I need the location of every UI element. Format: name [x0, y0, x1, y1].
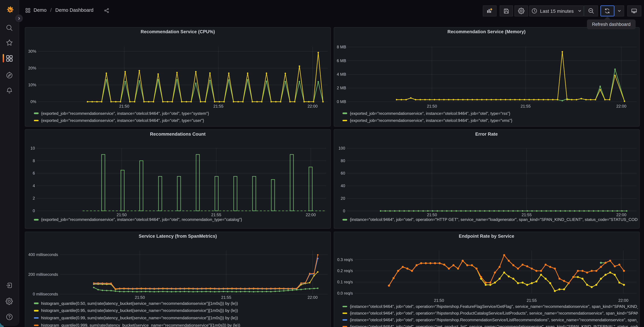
svg-text:30%: 30%	[28, 49, 36, 54]
svg-text:0.3 req/s: 0.3 req/s	[337, 257, 353, 262]
svg-text:0 MB: 0 MB	[336, 99, 346, 104]
svg-text:21:50: 21:50	[117, 212, 127, 217]
svg-text:2 MB: 2 MB	[336, 86, 346, 90]
svg-text:22:00: 22:00	[308, 104, 318, 108]
svg-text:4: 4	[33, 184, 35, 188]
svg-text:10%: 10%	[28, 82, 36, 87]
svg-text:21:55: 21:55	[526, 298, 536, 302]
svg-text:2: 2	[33, 196, 35, 200]
svg-text:20%: 20%	[28, 66, 36, 70]
svg-text:100: 100	[338, 146, 345, 150]
svg-text:4 MB: 4 MB	[336, 72, 346, 76]
svg-text:21:50: 21:50	[119, 104, 129, 108]
svg-text:21:50: 21:50	[135, 295, 145, 300]
svg-text:21:50: 21:50	[434, 298, 444, 302]
svg-text:20: 20	[340, 196, 345, 200]
svg-text:21:55: 21:55	[221, 295, 231, 300]
svg-text:40: 40	[340, 184, 345, 188]
svg-text:0.0 req/s: 0.0 req/s	[337, 291, 353, 295]
svg-text:0%: 0%	[30, 99, 36, 104]
svg-text:21:55: 21:55	[522, 212, 532, 217]
svg-text:400 milliseconds: 400 milliseconds	[28, 252, 58, 257]
svg-text:22:00: 22:00	[616, 212, 626, 217]
svg-text:21:55: 21:55	[211, 212, 221, 217]
svg-text:22:00: 22:00	[618, 298, 628, 302]
svg-text:6: 6	[33, 171, 35, 176]
svg-text:0: 0	[33, 208, 35, 213]
svg-text:21:55: 21:55	[520, 104, 530, 108]
svg-text:6 MB: 6 MB	[336, 58, 346, 63]
svg-text:0 milliseconds: 0 milliseconds	[33, 292, 58, 296]
svg-text:22:00: 22:00	[306, 212, 316, 217]
svg-text:8: 8	[33, 158, 35, 163]
svg-text:10: 10	[30, 146, 35, 150]
svg-text:21:55: 21:55	[214, 104, 224, 108]
svg-text:22:00: 22:00	[616, 104, 626, 108]
svg-text:8 MB: 8 MB	[336, 44, 346, 49]
svg-text:0.1 req/s: 0.1 req/s	[337, 280, 353, 284]
svg-text:80: 80	[340, 158, 345, 163]
svg-text:21:50: 21:50	[427, 212, 437, 217]
svg-text:22:00: 22:00	[308, 295, 318, 300]
svg-text:21:50: 21:50	[427, 104, 437, 108]
svg-text:60: 60	[340, 171, 345, 176]
svg-text:0.2 req/s: 0.2 req/s	[337, 268, 353, 273]
svg-text:0: 0	[343, 209, 345, 213]
svg-text:200 milliseconds: 200 milliseconds	[28, 272, 58, 276]
